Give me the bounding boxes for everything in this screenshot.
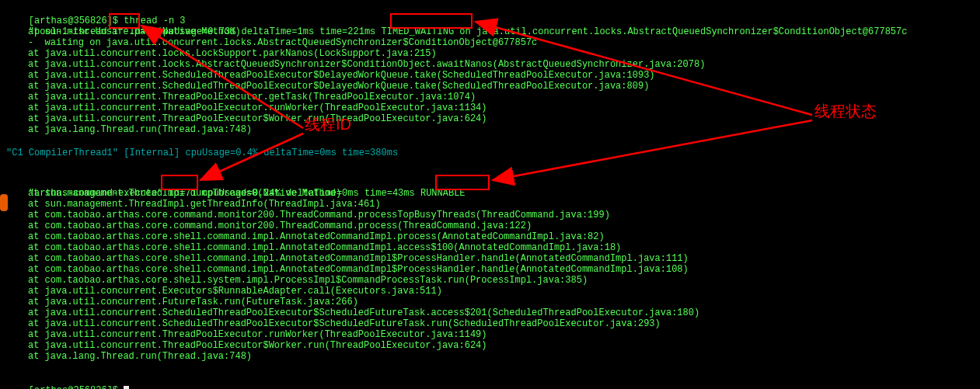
highlight-box-id71 (161, 175, 198, 190)
t3-stack-15: at java.lang.Thread.run(Thread.java:748) (28, 351, 980, 362)
annotation-thread-id: 线程ID (305, 119, 351, 130)
t3-stack-13: at java.util.concurrent.ThreadPoolExecut… (28, 329, 980, 340)
annotation-thread-state: 线程状态 (814, 106, 877, 116)
cursor-block (124, 386, 129, 389)
terminal[interactable]: [arthas@356826]$ thread -n 3 "pool-1-thr… (0, 0, 980, 389)
thread3-header: "arthas-command-execute" Id=71 cpuUsage=… (6, 177, 980, 188)
highlight-box-state2 (435, 175, 490, 190)
highlight-box-state1 (390, 13, 473, 29)
t3-stack-9: at java.util.concurrent.Executors$Runnab… (28, 286, 980, 297)
t1-stack-9: at java.lang.Thread.run(Thread.java:748) (28, 124, 980, 135)
t3-stack-5: at com.taobao.arthas.core.shell.command.… (28, 242, 980, 253)
t3-stack-14: at java.util.concurrent.ThreadPoolExecut… (28, 340, 980, 351)
t1-stack-6: at java.util.concurrent.ThreadPoolExecut… (28, 92, 980, 102)
t3-stack-4: at com.taobao.arthas.core.shell.command.… (28, 231, 980, 242)
thread1-header: "pool-1-thread-1" Id=8 cpuUsage=0.73% de… (6, 16, 980, 26)
prompt-user-2: arthas (34, 385, 68, 389)
t1-stack-3: at java.util.concurrent.locks.AbstractQu… (28, 59, 980, 70)
t3-stack-6: at com.taobao.arthas.core.shell.command.… (28, 253, 980, 264)
t3-stack-12: at java.util.concurrent.ScheduledThreadP… (28, 318, 980, 329)
prompt-host-2: 356826 (73, 385, 106, 389)
prompt-line-2[interactable]: [arthas@356826]$ (6, 374, 980, 385)
t3-stack-7: at com.taobao.arthas.core.shell.command.… (28, 264, 980, 275)
scrollbar-thumb[interactable] (0, 194, 8, 211)
prompt-line: [arthas@356826]$ thread -n 3 (6, 5, 980, 16)
t3-stack-10: at java.util.concurrent.FutureTask.run(F… (28, 297, 980, 307)
t3-stack-2: at com.taobao.arthas.core.command.monito… (28, 210, 980, 221)
t3-stack-8: at com.taobao.arthas.core.shell.system.i… (28, 275, 980, 286)
t1-stack-2: at java.util.concurrent.locks.LockSuppor… (28, 48, 980, 59)
t3-stack-11: at java.util.concurrent.ScheduledThreadP… (28, 307, 980, 318)
t1-stack-4: at java.util.concurrent.ScheduledThreadP… (28, 70, 980, 81)
thread2-line: "C1 CompilerThread1" [Internal] cpuUsage… (6, 148, 980, 158)
t3-stack-1: at sun.management.ThreadImpl.getThreadIn… (28, 199, 980, 210)
highlight-box-id8 (109, 13, 140, 29)
t3-stack-3: at com.taobao.arthas.core.command.monito… (28, 221, 980, 231)
t1-stack-0: at sun.misc.Unsafe.park(Native Method) (28, 26, 980, 37)
t1-stack-1: - waiting on java.util.concurrent.locks.… (28, 37, 980, 48)
t1-stack-5: at java.util.concurrent.ScheduledThreadP… (28, 81, 980, 92)
